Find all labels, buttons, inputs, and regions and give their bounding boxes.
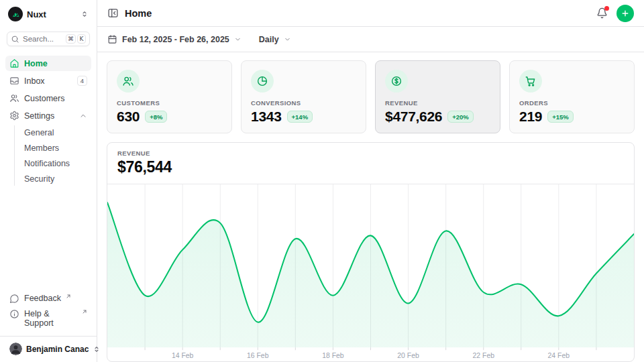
main-area: Home Feb 12, 2025 - Feb 26, 2025 Daily xyxy=(97,0,644,362)
sidebar-link-help-support[interactable]: Help & Support xyxy=(5,306,91,330)
nuxt-logo-icon xyxy=(8,7,23,21)
stat-card-customers[interactable]: CUSTOMERS630+8% xyxy=(107,60,232,133)
search-shortcut: ⌘K xyxy=(66,34,86,44)
period-select[interactable]: Daily xyxy=(259,35,291,44)
x-axis-label: 16 Feb xyxy=(247,351,269,359)
date-range-label: Feb 12, 2025 - Feb 26, 2025 xyxy=(122,35,229,44)
sidebar-item-label: Home xyxy=(24,59,87,68)
stat-delta-badge: +20% xyxy=(447,111,474,123)
chart-body: 14 Feb16 Feb18 Feb20 Feb22 Feb24 Feb xyxy=(107,184,634,361)
user-name: Benjamin Canac xyxy=(26,345,89,354)
stat-value-row: 1343+14% xyxy=(251,109,356,125)
stats-grid: CUSTOMERS630+8%CONVERSIONS1343+14%REVENU… xyxy=(107,60,635,133)
sidebar-item-label: Settings xyxy=(24,111,74,121)
stat-value-row: 630+8% xyxy=(117,109,222,125)
page-title: Home xyxy=(125,8,152,19)
chart-header: REVENUE $76,544 xyxy=(107,143,634,184)
sidebar-item-security[interactable]: Security xyxy=(21,172,91,186)
inbox-icon xyxy=(9,76,19,86)
stat-card-orders[interactable]: ORDERS219+15% xyxy=(509,60,635,133)
stat-value-row: $477,626+20% xyxy=(385,109,490,125)
sidebar: Nuxt Search... ⌘K HomeInbox4CustomersSet… xyxy=(0,0,97,362)
chevron-up-icon xyxy=(79,112,87,120)
sidebar-subnav-settings: GeneralMembersNotificationsSecurity xyxy=(14,125,91,186)
search-input[interactable]: Search... ⌘K xyxy=(7,32,90,46)
sidebar-link-label: Feedback xyxy=(24,294,61,303)
sidebar-item-settings[interactable]: Settings xyxy=(5,108,91,123)
search-placeholder: Search... xyxy=(23,35,62,43)
chevrons-select-icon xyxy=(80,10,89,18)
x-axis-label: 14 Feb xyxy=(172,351,194,359)
add-button[interactable] xyxy=(616,5,634,22)
cart-icon xyxy=(525,75,537,87)
chart-metric-value: $76,544 xyxy=(117,158,624,176)
sidebar-item-label: Customers xyxy=(24,94,87,103)
team-switcher[interactable]: Nuxt xyxy=(5,5,91,23)
stat-icon-circle xyxy=(117,70,140,93)
stat-icon-circle xyxy=(519,70,542,93)
avatar xyxy=(9,343,22,355)
stat-delta-badge: +14% xyxy=(287,111,313,123)
stat-label: CUSTOMERS xyxy=(117,99,222,107)
users-icon xyxy=(122,75,134,87)
x-axis-label: 18 Feb xyxy=(322,351,344,359)
inbox-count-badge: 4 xyxy=(77,76,87,86)
sidebar-item-members[interactable]: Members xyxy=(21,141,91,155)
info-circle-icon xyxy=(9,309,19,319)
notification-dot xyxy=(604,6,609,11)
user-menu[interactable]: Benjamin Canac xyxy=(5,337,91,357)
plus-icon xyxy=(621,9,630,18)
sidebar-link-label: Help & Support xyxy=(24,309,77,328)
app-root: Nuxt Search... ⌘K HomeInbox4CustomersSet… xyxy=(0,0,644,362)
stat-delta-badge: +8% xyxy=(145,111,167,123)
sidebar-footer-links: FeedbackHelp & Support xyxy=(5,291,91,330)
external-link-icon xyxy=(66,294,71,299)
stat-label: REVENUE xyxy=(385,99,490,107)
nuxt-logo-icon xyxy=(11,10,20,19)
external-link-icon xyxy=(82,309,87,314)
stat-value: $477,626 xyxy=(385,109,442,125)
panel-left-close-icon[interactable] xyxy=(107,7,119,19)
filters-toolbar: Feb 12, 2025 - Feb 26, 2025 Daily xyxy=(97,27,644,52)
sidebar-link-feedback[interactable]: Feedback xyxy=(5,291,91,306)
stat-value-row: 219+15% xyxy=(519,109,625,125)
users-icon xyxy=(9,93,19,103)
stat-card-revenue[interactable]: REVENUE$477,626+20% xyxy=(375,60,500,133)
stat-label: CONVERSIONS xyxy=(251,99,356,107)
chevron-down-icon xyxy=(284,36,291,43)
sidebar-item-customers[interactable]: Customers xyxy=(5,90,91,106)
revenue-area-chart[interactable]: 14 Feb16 Feb18 Feb20 Feb22 Feb24 Feb xyxy=(107,184,634,361)
header-actions xyxy=(596,5,634,22)
kbd-command: ⌘ xyxy=(66,34,76,44)
dashboard-content: CUSTOMERS630+8%CONVERSIONS1343+14%REVENU… xyxy=(97,52,644,362)
stat-icon-circle xyxy=(385,70,408,93)
x-axis-label: 24 Feb xyxy=(548,351,570,359)
stat-label: ORDERS xyxy=(519,99,625,107)
calendar-icon xyxy=(107,34,117,44)
notifications-button[interactable] xyxy=(596,7,608,19)
sidebar-item-general[interactable]: General xyxy=(21,125,91,139)
sidebar-nav: HomeInbox4CustomersSettingsGeneralMember… xyxy=(5,56,91,188)
team-name: Nuxt xyxy=(27,9,76,19)
sidebar-item-inbox[interactable]: Inbox4 xyxy=(5,73,91,88)
date-range-picker[interactable]: Feb 12, 2025 - Feb 26, 2025 xyxy=(107,34,241,44)
sidebar-item-notifications[interactable]: Notifications xyxy=(21,156,91,170)
home-icon xyxy=(9,58,19,68)
stat-value: 1343 xyxy=(251,109,282,125)
search-icon xyxy=(11,35,19,44)
revenue-chart-card: REVENUE $76,544 14 Feb16 Feb18 Feb20 Feb… xyxy=(107,142,635,362)
stat-card-conversions[interactable]: CONVERSIONS1343+14% xyxy=(241,60,366,133)
stat-icon-circle xyxy=(251,70,274,93)
sidebar-spacer xyxy=(5,188,91,291)
period-label: Daily xyxy=(259,35,279,44)
settings-icon xyxy=(9,111,19,121)
sidebar-item-home[interactable]: Home xyxy=(5,56,91,71)
chat-bubble-icon xyxy=(9,294,19,304)
chevron-down-icon xyxy=(234,36,241,43)
stat-value: 630 xyxy=(117,109,140,125)
stat-value: 219 xyxy=(519,109,542,125)
x-axis-label: 20 Feb xyxy=(397,351,419,359)
chart-pie-icon xyxy=(256,75,268,87)
x-axis-label: 22 Feb xyxy=(472,351,494,359)
kbd-k: K xyxy=(77,34,86,44)
